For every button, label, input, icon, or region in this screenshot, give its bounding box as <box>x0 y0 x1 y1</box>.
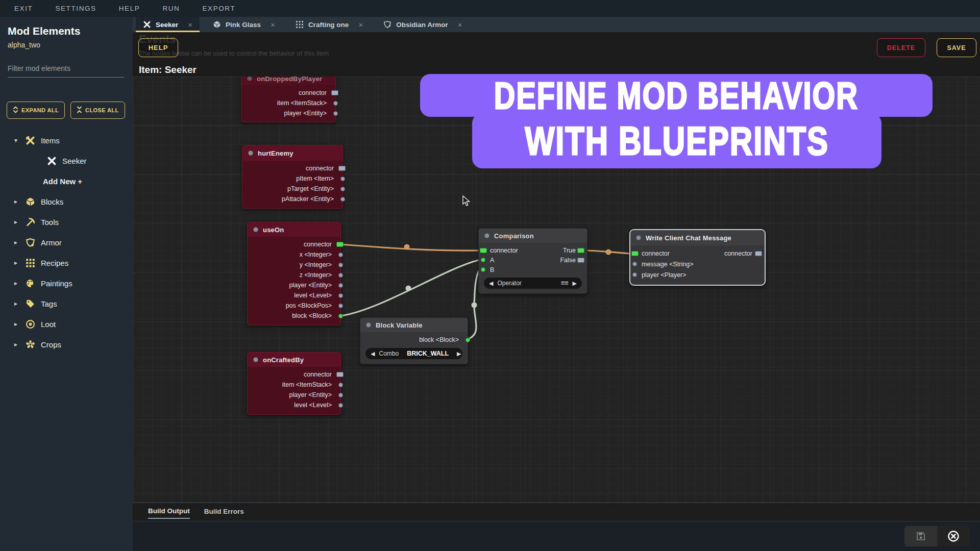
sidebar-item-crops[interactable]: ▸ Crops <box>0 334 133 355</box>
exec-port-connected[interactable] <box>631 251 639 256</box>
arrow-right-icon[interactable]: ▶ <box>573 280 577 287</box>
exec-port-connected[interactable] <box>480 248 487 253</box>
data-port[interactable] <box>632 262 637 266</box>
wire-dot[interactable] <box>406 286 411 291</box>
node-useon[interactable]: useOn connector x <Integer> y <Integer> … <box>247 222 341 325</box>
tree-label: Tools <box>41 218 59 227</box>
arrow-left-icon[interactable]: ◀ <box>489 280 493 287</box>
menu-settings[interactable]: SETTINGS <box>55 5 96 12</box>
shield-plus-icon <box>383 20 391 29</box>
menu-export[interactable]: EXPORT <box>202 5 235 12</box>
node-title: Block Variable <box>376 321 423 329</box>
node-oncraftedby[interactable]: onCraftedBy connector item <ItemStack> p… <box>247 352 341 415</box>
data-port[interactable] <box>340 187 345 191</box>
port-label: y <Integer> <box>300 261 332 268</box>
close-icon[interactable]: × <box>271 20 275 29</box>
sidebar-item-armor[interactable]: ▸ Armor <box>0 232 133 253</box>
node-dot-icon <box>253 227 258 232</box>
node-comparison[interactable]: Comparison connector True A False B <box>478 228 587 294</box>
delete-button[interactable]: DELETE <box>877 38 925 57</box>
close-icon[interactable]: × <box>458 20 462 29</box>
exec-port[interactable] <box>338 166 346 171</box>
sidebar-item-recipes[interactable]: ▸ Recipes <box>0 253 133 273</box>
add-new-button[interactable]: Add New + <box>0 171 133 191</box>
data-port[interactable] <box>338 383 343 387</box>
caret-right-icon[interactable]: ▸ <box>12 239 19 246</box>
node-title: hurtEnemy <box>258 149 293 157</box>
data-port[interactable] <box>338 403 343 408</box>
save-log-button[interactable] <box>904 526 937 546</box>
node-ondroppedbyplayer[interactable]: onDroppedByPlayer connector item <ItemSt… <box>241 77 336 122</box>
data-port-connected[interactable] <box>465 338 470 342</box>
data-port[interactable] <box>632 272 637 277</box>
combo-selector[interactable]: ◀ Combo BRICK_WALL ▶ <box>365 348 462 359</box>
expand-all-button[interactable]: EXPAND ALL <box>7 102 65 119</box>
data-port[interactable] <box>338 304 343 308</box>
exec-port[interactable] <box>331 90 338 95</box>
caret-right-icon[interactable]: ▸ <box>12 300 19 307</box>
menu-run[interactable]: RUN <box>162 5 180 12</box>
tab-build-errors[interactable]: Build Errors <box>204 508 244 518</box>
cube-icon <box>213 20 221 29</box>
sidebar-item-blocks[interactable]: ▸ Blocks <box>0 191 133 212</box>
selector-value: == <box>561 280 569 287</box>
filter-input[interactable] <box>8 64 124 78</box>
sidebar-item-seeker[interactable]: Seeker <box>0 151 133 171</box>
tab-crafting-one[interactable]: Crafting one × <box>288 17 370 32</box>
caret-right-icon[interactable]: ▸ <box>12 259 19 266</box>
arrow-right-icon[interactable]: ▶ <box>457 350 461 357</box>
exec-port[interactable] <box>577 258 584 263</box>
data-port-connected[interactable] <box>338 314 343 318</box>
data-port[interactable] <box>338 393 343 397</box>
exec-port-connected[interactable] <box>336 242 344 247</box>
tab-pink-glass[interactable]: Pink Glass × <box>206 17 282 32</box>
build-bar: Build Output Build Errors <box>133 503 980 520</box>
node-hurtenemy[interactable]: hurtEnemy connector pItem <Item> pTarget… <box>242 145 343 209</box>
sidebar-item-items[interactable]: ▾ Items <box>0 130 133 151</box>
menu-help[interactable]: HELP <box>119 5 140 12</box>
data-port[interactable] <box>333 111 338 116</box>
caret-right-icon[interactable]: ▸ <box>12 320 19 328</box>
caret-right-icon[interactable]: ▸ <box>12 341 19 348</box>
data-port[interactable] <box>338 253 343 257</box>
caret-right-icon[interactable]: ▸ <box>12 198 19 205</box>
sidebar-item-tools[interactable]: ▸ Tools <box>0 212 133 232</box>
wire-block-to-a <box>341 260 478 316</box>
exec-port-connected[interactable] <box>577 248 584 253</box>
save-button[interactable]: SAVE <box>937 38 976 57</box>
caret-right-icon[interactable]: ▸ <box>12 218 19 226</box>
help-button[interactable]: HELP <box>138 38 178 57</box>
arrow-left-icon[interactable]: ◀ <box>371 350 375 357</box>
data-port[interactable] <box>338 263 343 267</box>
data-port[interactable] <box>338 283 343 288</box>
tab-build-output[interactable]: Build Output <box>148 507 190 519</box>
cancel-build-button[interactable] <box>937 526 970 546</box>
wire-dot[interactable] <box>404 244 410 250</box>
wire-dot[interactable] <box>472 303 477 308</box>
node-block-variable[interactable]: Block Variable block <Block> ◀ Combo BRI… <box>360 317 468 364</box>
operator-selector[interactable]: ◀ Operator == ▶ <box>484 278 582 289</box>
close-icon[interactable]: × <box>358 20 363 29</box>
tab-obsidian-armor[interactable]: Obsidian Armor × <box>376 17 469 32</box>
close-icon[interactable]: × <box>188 20 192 29</box>
workspace-name: alpha_two <box>8 41 133 49</box>
node-write-client-chat-message[interactable]: Write Client Chat Message connector conn… <box>629 229 766 286</box>
caret-down-icon[interactable]: ▾ <box>12 137 19 144</box>
caret-right-icon[interactable]: ▸ <box>12 280 19 287</box>
exec-port[interactable] <box>336 372 344 377</box>
data-port[interactable] <box>338 293 343 298</box>
sidebar-item-paintings[interactable]: ▸ Paintings <box>0 273 133 293</box>
exec-port[interactable] <box>755 251 762 256</box>
data-port-connected[interactable] <box>481 267 485 272</box>
data-port[interactable] <box>340 177 345 181</box>
data-port-connected[interactable] <box>481 258 485 262</box>
data-port[interactable] <box>338 273 343 278</box>
data-port[interactable] <box>333 101 338 106</box>
close-all-button[interactable]: CLOSE ALL <box>70 102 125 119</box>
data-port[interactable] <box>340 197 345 202</box>
menu-exit[interactable]: EXIT <box>14 5 33 12</box>
sidebar-item-loot[interactable]: ▸ Loot <box>0 314 133 334</box>
tab-seeker[interactable]: Seeker × <box>136 17 200 32</box>
sidebar-item-tags[interactable]: ▸ Tags <box>0 293 133 314</box>
wire-dot[interactable] <box>606 249 611 255</box>
